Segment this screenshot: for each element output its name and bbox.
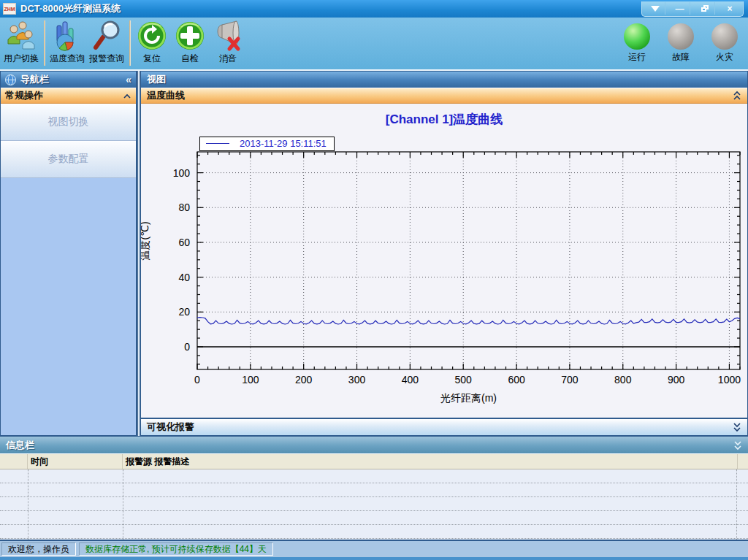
toolbar-separator [129,20,130,66]
toolbar-button-mute[interactable]: 消音 [209,19,247,66]
window-bottom-edge [0,557,748,560]
toolbar-button-self-test[interactable]: 自检 [171,19,209,66]
svg-text:700: 700 [561,374,579,386]
fault-lamp-icon [668,23,694,50]
svg-text:光纤距离(m): 光纤距离(m) [440,392,497,404]
main-view: 视图 温度曲线 [Channel 1]温度曲线 2013-11-29 15:11… [140,71,748,436]
toolbar-label: 用户切换 [4,53,39,65]
sidebar-empty-area [1,178,136,435]
svg-text:0: 0 [194,374,200,386]
sidebar-item-param-config[interactable]: 参数配置 [1,141,136,178]
window-controls: — × [641,1,744,17]
panel-title: 温度曲线 [147,89,185,102]
table-row[interactable] [0,483,748,497]
chevron-up-icon [123,92,131,99]
toolbar-label: 报警查询 [89,53,124,65]
temp-curve-panel-header[interactable]: 温度曲线 [141,88,747,104]
sidebar-item-label: 参数配置 [48,153,89,166]
close-button[interactable]: × [720,2,740,15]
toolbar-label: 温度查询 [50,53,85,65]
column-alarm-source-desc[interactable]: 报警源 报警描述 [123,454,738,469]
svg-text:800: 800 [614,374,632,386]
svg-text:200: 200 [295,374,313,386]
globe-icon [5,74,16,85]
svg-text:0: 0 [184,341,190,353]
svg-text:100: 100 [242,374,259,386]
collapse-sidebar-button[interactable]: « [126,74,131,85]
column-end [738,454,748,469]
lamp-label: 运行 [628,51,646,64]
column-indicator [0,454,28,469]
lamp-fire: 火灾 [709,23,741,64]
sidebar-item-label: 视图切换 [48,115,89,129]
lamp-label: 故障 [672,51,690,64]
plus-icon [174,20,206,52]
alarm-table-header: 时间 报警源 报警描述 [0,453,748,469]
status-lamps: 运行 故障 火灾 [621,23,741,64]
double-chevron-down-icon [733,440,742,450]
column-time[interactable]: 时间 [28,454,123,469]
dropdown-triangle-icon [651,6,660,12]
section-header-common-ops[interactable]: 常规操作 [1,88,136,104]
double-chevron-down-icon [733,422,741,432]
toolbar-button-temp-query[interactable]: 温度查询 [47,19,87,66]
column-divider [123,469,123,540]
toolbar-label: 自检 [181,53,199,65]
magnifier-icon [91,20,123,52]
toolbar-separator [44,20,45,66]
status-bar: 欢迎您，操作员 数据库存储正常, 预计可持续保存数据【44】天 [0,541,748,557]
welcome-status: 欢迎您，操作员 [1,542,76,556]
panel-title: 可视化报警 [147,421,194,434]
svg-text:400: 400 [402,374,419,386]
app-logo-icon: ZHM [3,3,16,15]
svg-text:80: 80 [178,202,190,213]
lamp-label: 火灾 [716,51,733,64]
nav-title: 导航栏 [20,73,49,86]
visual-alarm-panel-header[interactable]: 可视化报警 [141,418,747,435]
double-chevron-up-icon [733,91,741,101]
alarm-table-body[interactable] [0,469,748,541]
svg-text:1000: 1000 [718,374,741,386]
toolbar: 用户切换 温度查询 报警查询 [0,18,748,71]
table-row[interactable] [0,497,748,511]
view-header: 视图 [141,72,747,88]
sidebar-item-view-switch[interactable]: 视图切换 [1,104,136,141]
table-row[interactable] [0,469,748,483]
view-title: 视图 [147,73,166,86]
svg-text:100: 100 [173,167,191,179]
minimize-button[interactable]: — [670,2,690,15]
table-row[interactable] [0,511,748,525]
toolbar-button-reset[interactable]: 复位 [133,19,171,66]
database-status: 数据库存储正常, 预计可持续保存数据【44】天 [79,542,273,556]
toolbar-label: 复位 [143,53,161,65]
window-menu-button[interactable] [645,2,665,15]
navigation-sidebar: 导航栏 « 常规操作 视图切换 参数配置 [0,71,137,436]
toolbar-button-alarm-query[interactable]: 报警查询 [87,19,126,66]
reset-icon [136,20,168,52]
mute-speaker-icon [212,20,244,52]
toolbar-label: 消音 [219,53,237,65]
chart-plot: 0204060801000100200300400500600700800900… [141,104,747,418]
running-lamp-icon [624,23,650,50]
column-divider [736,469,737,540]
chart-pie-icon [51,20,83,52]
info-bar-title: 信息栏 [6,439,34,452]
restore-button[interactable] [695,2,715,15]
lamp-fault: 故障 [665,23,697,64]
svg-text:600: 600 [508,374,525,386]
svg-text:500: 500 [455,374,473,386]
column-divider [28,469,28,540]
title-bar: ZHM DCT-8000光纤测温系统 — × [0,0,748,18]
svg-text:20: 20 [178,306,190,318]
temperature-chart: [Channel 1]温度曲线 2013-11-29 15:11:51 温度(℃… [141,104,747,418]
table-row[interactable] [0,525,748,539]
lamp-running: 运行 [621,23,653,64]
svg-text:300: 300 [348,374,366,386]
toolbar-button-user-switch[interactable]: 用户切换 [1,19,41,66]
users-icon [5,20,37,52]
info-bar-header[interactable]: 信息栏 [0,436,748,453]
svg-text:40: 40 [178,272,190,283]
restore-icon [701,5,709,12]
svg-text:60: 60 [178,237,190,248]
nav-header: 导航栏 « [1,72,136,88]
